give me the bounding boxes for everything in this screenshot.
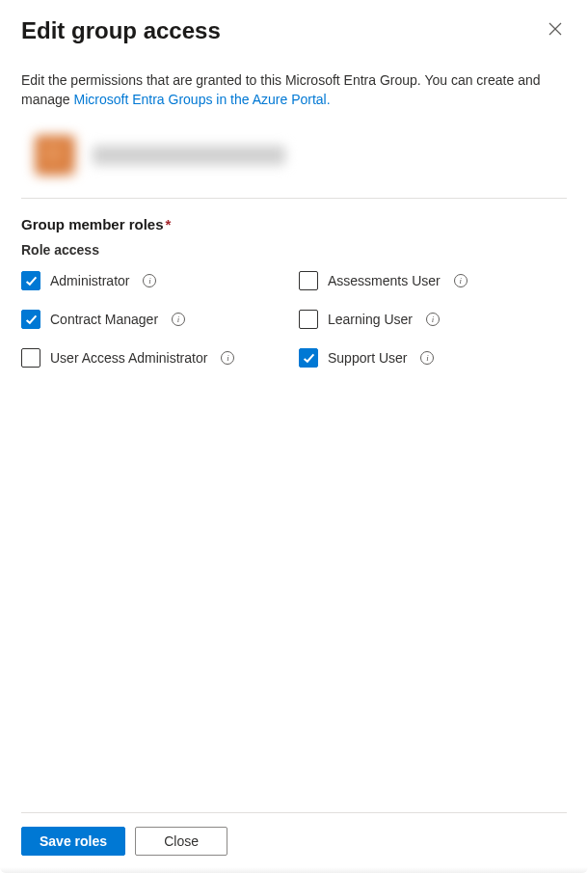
info-icon[interactable]: i bbox=[426, 313, 440, 326]
role-label: Administrator bbox=[50, 273, 129, 288]
checkbox-contract-manager[interactable] bbox=[21, 310, 40, 329]
info-icon[interactable]: i bbox=[172, 313, 185, 326]
role-label: User Access Administrator bbox=[50, 350, 207, 366]
footer-divider bbox=[21, 812, 567, 813]
checkbox-user-access-administrator[interactable] bbox=[21, 348, 40, 368]
role-item-administrator: Administrator i bbox=[21, 271, 289, 290]
info-icon[interactable]: i bbox=[221, 351, 234, 365]
info-icon[interactable]: i bbox=[420, 351, 434, 365]
page-title: Edit group access bbox=[21, 17, 221, 44]
section-heading: Group member roles* bbox=[21, 216, 567, 232]
role-label: Support User bbox=[328, 350, 407, 366]
entra-portal-link[interactable]: Microsoft Entra Groups in the Azure Port… bbox=[73, 92, 330, 107]
group-identity-redacted bbox=[21, 126, 349, 184]
role-item-user-access-administrator: User Access Administrator i bbox=[21, 348, 289, 368]
close-button[interactable]: Close bbox=[135, 827, 227, 856]
checkbox-support-user[interactable] bbox=[299, 348, 318, 368]
roles-grid: Administrator i Assessments User i Contr… bbox=[21, 271, 567, 368]
close-icon[interactable] bbox=[544, 17, 567, 43]
description-text: Edit the permissions that are granted to… bbox=[21, 71, 567, 109]
checkbox-administrator[interactable] bbox=[21, 271, 40, 290]
required-indicator: * bbox=[166, 216, 172, 232]
save-roles-button[interactable]: Save roles bbox=[21, 827, 125, 856]
info-icon[interactable]: i bbox=[454, 274, 468, 287]
role-item-contract-manager: Contract Manager i bbox=[21, 310, 289, 329]
role-label: Contract Manager bbox=[50, 312, 158, 327]
role-access-label: Role access bbox=[21, 242, 567, 258]
bottom-shadow bbox=[0, 867, 588, 873]
role-label: Learning User bbox=[328, 312, 413, 327]
info-icon[interactable]: i bbox=[143, 274, 156, 287]
role-item-learning-user: Learning User i bbox=[299, 310, 567, 329]
role-item-support-user: Support User i bbox=[299, 348, 567, 368]
checkbox-learning-user[interactable] bbox=[299, 310, 318, 329]
role-label: Assessments User bbox=[328, 273, 441, 288]
checkbox-assessments-user[interactable] bbox=[299, 271, 318, 290]
role-item-assessments-user: Assessments User i bbox=[299, 271, 567, 290]
divider bbox=[21, 198, 567, 199]
